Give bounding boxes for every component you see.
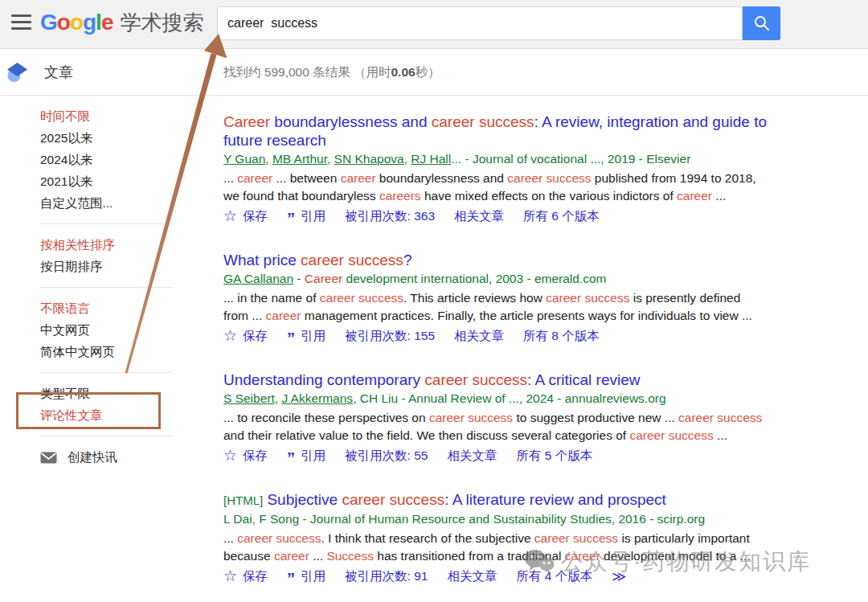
quote-icon: ” (287, 454, 295, 462)
result-snippet: ... to reconcile these perspectives on c… (223, 409, 767, 444)
articles-section-label: 文章 (44, 63, 73, 82)
result-authors-line: GA Callanan - Career development interna… (223, 271, 767, 287)
save-button[interactable]: ☆保存 (223, 448, 268, 465)
google-logo-letters: Google (40, 10, 113, 35)
save-label: 保存 (243, 328, 268, 345)
search-result: Career boundarylessness and career succe… (223, 113, 767, 224)
result-snippet: ... in the name of career success. This … (223, 289, 767, 325)
header-bar: Google学术搜索 (0, 0, 868, 49)
search-icon (753, 14, 771, 32)
quote-icon: ” (287, 215, 295, 223)
cite-label: 引用 (301, 328, 326, 345)
create-alert-label: 创建快讯 (68, 449, 117, 466)
cited-by-link[interactable]: 被引用次数: 91 (345, 568, 428, 585)
cited-by-link[interactable]: 被引用次数: 363 (345, 208, 435, 225)
sidebar-filter-item[interactable]: 类型不限 (40, 383, 209, 404)
wechat-icon (524, 549, 555, 575)
all-versions-link[interactable]: 所有 6 个版本 (523, 208, 600, 225)
envelope-icon (40, 452, 57, 464)
sidebar-filter-item[interactable]: 2024以来 (40, 149, 209, 170)
result-actions: ☆保存 ”引用 被引用次数: 55 相关文章 所有 5 个版本 (223, 448, 767, 464)
result-authors-line: S Seibert, J Akkermans, CH Liu - Annual … (223, 391, 767, 407)
star-icon: ☆ (223, 569, 237, 584)
quote-icon: ” (287, 575, 295, 583)
result-title-link[interactable]: Career boundarylessness and career succe… (223, 113, 767, 149)
cite-button[interactable]: ”引用 (287, 328, 326, 345)
scholar-logo-suffix: 学术搜索 (120, 10, 203, 35)
save-label: 保存 (243, 208, 268, 225)
save-button[interactable]: ☆保存 (223, 328, 268, 345)
star-icon: ☆ (223, 448, 237, 463)
sidebar-filter-item[interactable]: 按日期排序 (40, 256, 209, 277)
cited-by-link[interactable]: 被引用次数: 55 (345, 448, 428, 465)
sidebar-filter-item[interactable]: 简体中文网页 (40, 341, 209, 362)
create-alert-button[interactable]: 创建快讯 (0, 436, 209, 466)
related-articles-link[interactable]: 相关文章 (447, 568, 497, 585)
cite-button[interactable]: ”引用 (287, 448, 326, 465)
result-title-link[interactable]: Understanding contemporary career succes… (223, 371, 767, 389)
sidebar-filter-item[interactable]: 时间不限 (40, 105, 209, 127)
related-articles-link[interactable]: 相关文章 (454, 208, 504, 225)
cite-label: 引用 (301, 568, 326, 585)
result-actions: ☆保存 ”引用 被引用次数: 363 相关文章 所有 6 个版本 (223, 208, 767, 224)
articles-section[interactable]: 文章 (6, 61, 73, 83)
all-versions-link[interactable]: 所有 5 个版本 (516, 448, 592, 465)
result-title-link[interactable]: What price career success? (223, 251, 767, 269)
scholar-articles-icon (6, 61, 28, 83)
cite-label: 引用 (301, 448, 326, 465)
related-articles-link[interactable]: 相关文章 (454, 328, 504, 345)
save-label: 保存 (243, 568, 268, 585)
watermark: 公众号·药物研发知识库 (524, 547, 811, 577)
results-list: Career boundarylessness and career succe… (223, 113, 767, 602)
sidebar-filter-item[interactable]: 中文网页 (40, 319, 209, 341)
star-icon: ☆ (223, 209, 237, 223)
subheader-bar: 文章 找到约 599,000 条结果 （用时0.06秒） (0, 49, 868, 96)
cite-button[interactable]: ”引用 (287, 568, 326, 585)
save-label: 保存 (243, 448, 268, 465)
sidebar-filter-review-articles[interactable]: 评论性文章 (40, 404, 209, 426)
sidebar-filter-group: 按相关性排序按日期排序 (0, 224, 209, 287)
save-button[interactable]: ☆保存 (223, 568, 268, 585)
cite-label: 引用 (301, 208, 326, 225)
sidebar-filter-item[interactable]: 2025以来 (40, 127, 209, 149)
result-snippet: ... career ... between career boundaryle… (223, 170, 767, 205)
search-button[interactable] (743, 6, 780, 40)
sidebar-filter-item[interactable]: 自定义范围... (40, 192, 209, 214)
sidebar-filter-group: 不限语言中文网页简体中文网页 (0, 288, 209, 372)
result-actions: ☆保存 ”引用 被引用次数: 155 相关文章 所有 8 个版本 (223, 328, 767, 344)
google-scholar-logo[interactable]: Google学术搜索 (40, 9, 203, 37)
hamburger-menu-icon[interactable] (11, 14, 31, 31)
star-icon: ☆ (223, 329, 237, 343)
google-scholar-page: Google学术搜索 文章 找到约 599,000 条结果 （用时0.06秒） … (0, 0, 868, 602)
sidebar-filter-item[interactable]: 不限语言 (40, 297, 209, 319)
save-button[interactable]: ☆保存 (223, 208, 268, 225)
related-articles-link[interactable]: 相关文章 (447, 448, 497, 465)
search-input[interactable] (217, 6, 743, 40)
search-result: Understanding contemporary career succes… (223, 371, 767, 464)
sidebar-filter-item[interactable]: 按相关性排序 (40, 234, 209, 256)
result-authors-line: L Dai, F Song - Journal of Human Resourc… (223, 511, 767, 527)
results-stats: 找到约 599,000 条结果 （用时0.06秒） (223, 64, 440, 81)
result-title-link[interactable]: [HTML] Subjective career success: A lite… (223, 490, 767, 510)
sidebar-filter-group: 时间不限2025以来2024以来2021以来自定义范围... (0, 96, 209, 223)
cited-by-link[interactable]: 被引用次数: 155 (345, 328, 435, 345)
all-versions-link[interactable]: 所有 8 个版本 (523, 328, 600, 345)
cite-button[interactable]: ”引用 (287, 208, 326, 225)
filters-sidebar: 时间不限2025以来2024以来2021以来自定义范围...按相关性排序按日期排… (0, 96, 209, 466)
result-authors-line: Y Guan, MB Arthur, SN Khapova, RJ Hall..… (223, 151, 767, 167)
sidebar-filter-item[interactable]: 2021以来 (40, 170, 209, 192)
quote-icon: ” (287, 334, 295, 342)
sidebar-filter-group: 类型不限评论性文章 (0, 373, 209, 436)
search-result: What price career success? GA Callanan -… (223, 251, 767, 344)
watermark-text: 公众号·药物研发知识库 (561, 547, 811, 577)
